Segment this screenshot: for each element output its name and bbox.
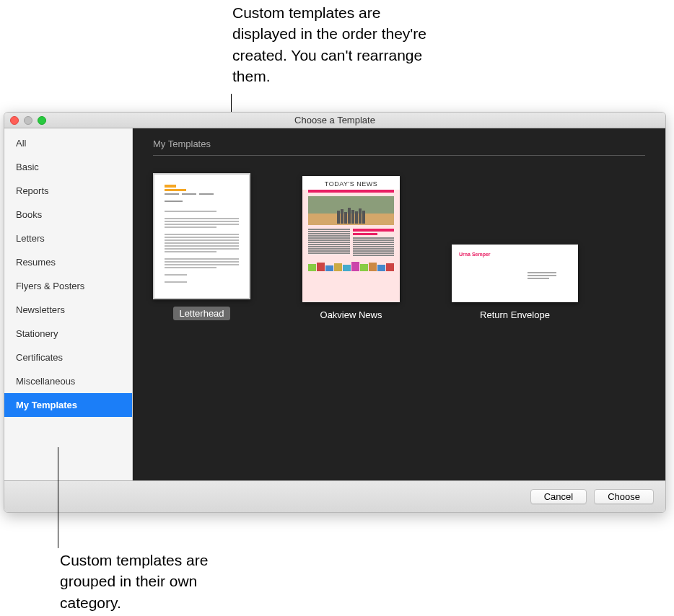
sidebar: All Basic Reports Books Letters Resumes … bbox=[4, 128, 133, 480]
template-grid: My Templates bbox=[133, 128, 665, 480]
sidebar-item-basic[interactable]: Basic bbox=[4, 155, 132, 179]
template-chooser-window: Choose a Template All Basic Reports Book… bbox=[4, 112, 666, 513]
template-oakview-news[interactable]: TODAY'S NEWS bbox=[302, 176, 400, 320]
sidebar-item-letters[interactable]: Letters bbox=[4, 226, 132, 250]
annotation-top: Custom templates are displayed in the or… bbox=[232, 2, 434, 87]
sidebar-item-resumes[interactable]: Resumes bbox=[4, 250, 132, 274]
section-title: My Templates bbox=[153, 138, 645, 156]
envelope-name: Urna Semper bbox=[459, 252, 571, 258]
window-body: All Basic Reports Books Letters Resumes … bbox=[4, 128, 665, 480]
template-label: Return Envelope bbox=[480, 309, 550, 320]
sidebar-item-miscellaneous[interactable]: Miscellaneous bbox=[4, 369, 132, 393]
thumbnail-return-envelope: Urna Semper bbox=[452, 245, 578, 302]
thumbnail-oakview-news: TODAY'S NEWS bbox=[302, 176, 400, 302]
template-row: Letterhead TODAY'S NEWS bbox=[153, 173, 645, 320]
choose-button[interactable]: Choose bbox=[594, 489, 654, 504]
sidebar-item-my-templates[interactable]: My Templates bbox=[4, 393, 132, 417]
close-button[interactable] bbox=[10, 116, 19, 125]
sidebar-item-reports[interactable]: Reports bbox=[4, 179, 132, 203]
sidebar-item-all[interactable]: All bbox=[4, 131, 132, 155]
callout-line bbox=[58, 447, 58, 548]
titlebar: Choose a Template bbox=[4, 113, 665, 128]
minimize-button[interactable] bbox=[24, 116, 32, 125]
footer: Cancel Choose bbox=[4, 480, 665, 512]
news-headline: TODAY'S NEWS bbox=[302, 176, 400, 190]
window-title: Choose a Template bbox=[4, 115, 665, 126]
cancel-button[interactable]: Cancel bbox=[530, 489, 587, 504]
sidebar-item-stationery[interactable]: Stationery bbox=[4, 322, 132, 346]
template-return-envelope[interactable]: Urna Semper Return Envelope bbox=[452, 245, 578, 320]
sidebar-item-newsletters[interactable]: Newsletters bbox=[4, 298, 132, 322]
thumbnail-letterhead bbox=[153, 173, 250, 299]
annotation-bottom: Custom templates are grouped in their ow… bbox=[60, 550, 262, 613]
traffic-lights bbox=[4, 116, 46, 125]
sidebar-item-books[interactable]: Books bbox=[4, 203, 132, 226]
template-label: Oakview News bbox=[320, 309, 382, 320]
template-letterhead[interactable]: Letterhead bbox=[153, 173, 250, 320]
maximize-button[interactable] bbox=[38, 116, 46, 125]
template-label: Letterhead bbox=[173, 307, 229, 320]
sidebar-item-certificates[interactable]: Certificates bbox=[4, 346, 132, 369]
sidebar-item-flyers-posters[interactable]: Flyers & Posters bbox=[4, 274, 132, 298]
